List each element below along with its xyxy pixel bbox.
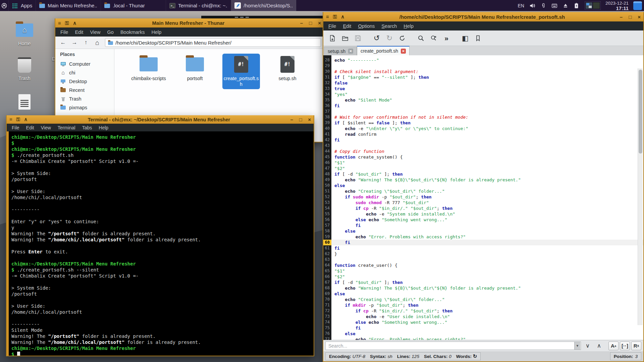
paperclip-icon[interactable] [540,3,547,9]
reload-icon[interactable] [396,33,408,44]
menu-terminal[interactable]: Terminal [55,124,78,131]
close-tab-icon[interactable]: ✕ [401,49,406,54]
terminal-line: Warning! The "/home/chi/.local/portsoft"… [11,237,314,243]
path-bar[interactable]: /home/chi/Desktop/SCRIPTS/Main Menu Refr… [105,38,321,47]
file-setup.sh[interactable]: #!setup.sh [269,54,306,83]
menu-edit[interactable]: Edit [23,124,37,131]
menu-edit[interactable]: Edit [72,28,86,36]
jump-to-icon[interactable]: » [441,33,452,44]
terminal-line: Enter "y" or "yes" to continue: [11,219,314,225]
editor-scrollbar[interactable] [638,68,643,325]
file-chimbalix-scripts[interactable]: chimbalix-scripts [130,54,167,83]
taskbar-item-2[interactable]: .local - Thunar [101,0,166,11]
menu-file[interactable]: File [325,22,339,30]
blue-app-icon[interactable] [633,1,642,10]
workspace-switcher[interactable] [585,1,601,10]
undo-icon[interactable]: ↺ [371,33,382,44]
terminal-scrollbar[interactable] [7,131,9,356]
sidebar-item-recent[interactable]: Recent [60,86,114,95]
terminal-content[interactable]: chi@mx:~/Desktop/SCRIPTS/Main Menu Refre… [7,131,314,356]
thunar-titlebar[interactable]: ≡⚿∧ Main Menu Refresher - Thunar –□× [55,18,324,27]
window-menu-icon[interactable]: ≡ [326,14,329,20]
file-portsoft[interactable]: portsoft [176,54,214,83]
maximize-button[interactable]: □ [299,117,302,122]
sidebar-item-computer[interactable]: Computer [60,60,114,68]
desktop-icon-home[interactable]: ⌂Home [9,21,40,46]
match-case-button[interactable]: Aa [608,342,619,350]
close-button[interactable]: × [308,117,311,122]
maximize-button[interactable]: □ [629,14,632,20]
new-document-icon[interactable] [327,33,338,44]
rollup-icon[interactable]: ∧ [73,20,76,26]
whole-word-button[interactable]: [··] [620,342,630,350]
menu-view[interactable]: View [87,28,103,36]
battery-icon[interactable] [573,3,580,9]
desktop-icon-trash[interactable]: Trash [9,56,40,81]
terminal-titlebar[interactable]: ≡⚿∧ Terminal - chi@mx: ~/Desktop/SCRIPTS… [7,115,314,124]
minimize-button[interactable]: – [290,117,293,122]
minimize-button[interactable]: – [300,20,303,26]
sidebar-item-chi[interactable]: ⌂chi [60,68,114,77]
close-tab-icon[interactable]: ✕ [348,49,353,54]
taskbar-item-1[interactable]: Main Menu Refreshe... [36,0,101,11]
menu-edit[interactable]: Edit [340,22,354,30]
menu-help[interactable]: Help [400,22,417,30]
search-history-dropdown[interactable]: ▼ [574,342,580,350]
close-button[interactable]: × [318,20,321,26]
clipboard-icon[interactable] [551,3,558,9]
menu-view[interactable]: View [38,124,54,131]
desktop-icon-document[interactable] [9,93,40,113]
rollup-icon[interactable]: ∧ [24,117,28,122]
terminal-line [11,201,314,207]
side-pane-icon[interactable]: ◧ [460,33,471,44]
menu-help[interactable]: Help [148,28,164,36]
menu-go[interactable]: Go [104,28,117,36]
apps-menu-button[interactable]: Apps [9,0,36,11]
menu-tabs[interactable]: Tabs [79,124,95,131]
tab-create_portsoft.sh[interactable]: create_portsoft.sh✕ [357,46,410,55]
search-input[interactable]: Search... ▼ [325,342,581,350]
menu-options[interactable]: Options [355,22,378,30]
rollup-icon[interactable]: ∧ [341,14,344,20]
bookmark-icon[interactable] [472,33,484,44]
find-next-button[interactable]: ∨ [583,342,592,350]
taskbar-item-4[interactable]: /home/chi/Desktop/S... [231,0,296,11]
taskbar-item-3[interactable]: >_Terminal - chi@mx: ~... [166,0,231,11]
menu-file[interactable]: File [57,28,71,36]
forward-icon[interactable]: → [69,38,79,47]
close-button[interactable]: × [638,14,641,20]
home-icon[interactable]: ⌂ [92,38,102,47]
workspace-2[interactable] [593,2,600,9]
minimize-button[interactable]: – [620,14,623,20]
code-area[interactable]: 28echo "----------"2930# Check silent in… [323,55,643,340]
open-file-icon[interactable] [339,33,351,44]
editor-titlebar[interactable]: ≡⚿∧ /home/chi/Desktop/SCRIPTS/Main Menu … [323,12,643,21]
mx-logo-icon[interactable] [0,0,9,11]
sidebar-item-desktop[interactable]: Desktop [60,77,114,86]
sidebar-item-pixmaps[interactable]: pixmaps [60,103,114,112]
clock[interactable]: 2023-12-21 17:11 [605,1,629,11]
menu-file[interactable]: File [9,124,22,131]
scrollbar-thumb[interactable] [639,70,642,154]
menu-help[interactable]: Help [96,124,111,131]
menu-bookmarks[interactable]: Bookmarks [117,28,148,36]
up-icon[interactable]: ↑ [81,38,91,47]
back-icon[interactable]: ← [58,38,68,47]
volume-icon[interactable] [529,3,536,9]
search-icon[interactable] [415,33,427,44]
window-menu-icon[interactable]: ≡ [58,20,61,26]
regex-button[interactable]: Rx [631,342,641,350]
code-line-57: 57 fi [323,223,643,228]
keyboard-layout[interactable]: EN [518,3,524,8]
refresh-words-icon[interactable]: ↻ [473,353,477,359]
tab-setup.sh[interactable]: setup.sh✕ [324,47,357,55]
find-prev-button[interactable]: ∧ [594,342,604,350]
sidebar-item-trash[interactable]: Trash [60,95,114,103]
workspace-1[interactable] [586,2,592,9]
eject-icon[interactable] [562,3,569,8]
file-create_portsoft.sh[interactable]: #!create_portsoft.sh [222,54,260,89]
menu-search[interactable]: Search [378,22,400,30]
window-menu-icon[interactable]: ≡ [9,117,12,122]
maximize-button[interactable]: □ [309,20,312,26]
replace-icon[interactable] [428,33,439,44]
